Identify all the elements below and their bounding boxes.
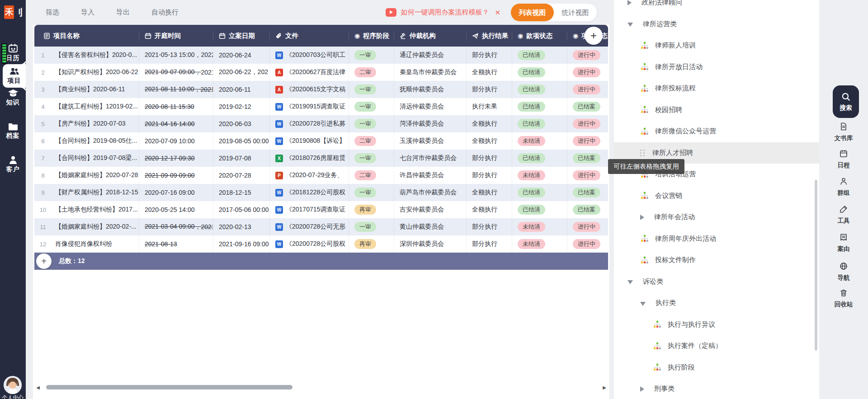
sidebar-item-项目[interactable]: 项目 bbox=[3, 64, 26, 88]
column-header-inst[interactable]: 仲裁机构 bbox=[394, 25, 467, 47]
tree-item-律所运营类[interactable]: 律所运营类 bbox=[614, 14, 819, 35]
group-icon bbox=[839, 177, 848, 188]
file-name[interactable]: 《20190915调查取证 bbox=[286, 103, 345, 111]
tree-item-律所微信公众号运营[interactable]: 律所微信公众号运营 bbox=[614, 121, 819, 142]
toolbar-action-导出[interactable]: 导出 bbox=[116, 8, 130, 17]
add-row-button[interactable]: + bbox=[36, 253, 52, 269]
table-row[interactable]: 5【房产纠纷】2020-07-032021-04-16 14:002020-06… bbox=[34, 115, 608, 132]
file-name[interactable]: 《20181228公司股权 bbox=[286, 188, 345, 197]
cell-institution: 通辽仲裁委员会 bbox=[394, 47, 467, 64]
tree-item-刑事类[interactable]: 刑事类 bbox=[614, 378, 819, 399]
tree-item-律所周年庆外出活动[interactable]: 律所周年庆外出活动 bbox=[614, 228, 819, 250]
file-name[interactable]: 《20200728公司无形 bbox=[286, 223, 345, 231]
list-view-button[interactable]: 列表视图 bbox=[511, 4, 554, 21]
column-header-filing[interactable]: 立案日期 bbox=[213, 25, 270, 47]
rail-item-回收站[interactable]: 回收站 bbox=[819, 288, 868, 309]
table-row[interactable]: 9【财产权属纠纷】2018-12-152020-07-16 09:002018-… bbox=[34, 184, 608, 201]
chevron-down-icon[interactable] bbox=[627, 280, 633, 284]
tree-scrollbar-thumb[interactable] bbox=[815, 180, 817, 351]
file-name[interactable]: 《20200703公司职工 bbox=[286, 51, 345, 59]
tree-item-律师新人培训[interactable]: 律师新人培训 bbox=[614, 35, 819, 56]
tree-item-执行与执行异议[interactable]: 执行与执行异议 bbox=[614, 314, 819, 336]
view-toggle: 列表视图 统计视图 bbox=[511, 4, 597, 21]
file-name[interactable]: 《20200728公司股权 bbox=[286, 240, 345, 248]
avatar[interactable] bbox=[4, 376, 22, 394]
scroll-left-arrow-icon[interactable]: ◀ bbox=[34, 385, 42, 390]
column-header-label: 仲裁机构 bbox=[410, 32, 436, 40]
column-header-file[interactable]: 文件 bbox=[270, 25, 349, 47]
column-header-court[interactable]: 开庭时间 bbox=[139, 25, 213, 47]
tree-item-投标文件制作[interactable]: 投标文件制作 bbox=[614, 249, 819, 271]
rail-item-群组[interactable]: 群组 bbox=[819, 177, 868, 197]
tree-item-执行案件（定稿）[interactable]: 执行案件（定稿） bbox=[614, 335, 819, 357]
rail-item-日程[interactable]: 日程 bbox=[819, 149, 868, 169]
column-header-stage[interactable]: ◉程序阶段 bbox=[349, 25, 394, 47]
file-name[interactable]: 《20180726房屋租赁 bbox=[286, 154, 345, 162]
drag-handle-icon[interactable] bbox=[640, 149, 646, 157]
tree-item-诉讼类[interactable]: 诉讼类 bbox=[614, 271, 819, 293]
cell-court-time: 2021-05-13 15:00，2022 bbox=[139, 47, 213, 64]
column-header-pay[interactable]: ◉款项状态 bbox=[512, 25, 567, 47]
sidebar-item-知识[interactable]: 知识 bbox=[0, 89, 26, 107]
chevron-right-icon[interactable] bbox=[627, 0, 632, 5]
table-row[interactable]: 8【婚姻家庭纠纷】2020-07-282021-09-09 09:002020-… bbox=[34, 167, 608, 184]
tree-item-执行阶段[interactable]: 执行阶段 bbox=[614, 357, 819, 379]
table-row[interactable]: 10【土地承包经营纠纷】2017...2020-05-25 14:002017-… bbox=[34, 201, 608, 218]
table-row[interactable]: 6【合同纠纷】2019-08-05仕...2020-07-09 10:00201… bbox=[34, 132, 608, 150]
cell-project-status: 已结案 bbox=[567, 98, 608, 115]
close-icon[interactable]: ✕ bbox=[495, 9, 500, 17]
chevron-down-icon[interactable] bbox=[640, 302, 646, 306]
add-column-button[interactable]: + bbox=[585, 27, 603, 45]
column-header-exec[interactable]: 执行结果 bbox=[467, 25, 512, 47]
table-row[interactable]: 3【商业纠纷】2020-06-112021-08-11 10:00，202120… bbox=[34, 81, 608, 98]
column-header-name[interactable]: 项目名称 bbox=[34, 25, 139, 47]
tree-item-政府法律顾问[interactable]: 政府法律顾问 bbox=[614, 0, 819, 14]
clip-header-icon bbox=[275, 33, 282, 39]
file-name[interactable]: 《20200728引进私募 bbox=[286, 120, 345, 128]
tree-item-律所投标流程[interactable]: 律所投标流程 bbox=[614, 78, 819, 99]
rail-item-工具[interactable]: 工具 bbox=[819, 205, 868, 225]
file-name[interactable]: 《2020-07-29业务、 bbox=[286, 171, 344, 179]
stage-badge: 一审 bbox=[354, 222, 376, 232]
rail-item-搜索[interactable]: 搜索 bbox=[833, 85, 859, 118]
cell-project-status: 进行中 bbox=[567, 115, 608, 132]
toolbar-action-筛选[interactable]: 筛选 bbox=[46, 8, 59, 17]
tree-item-律所开放日活动[interactable]: 律所开放日活动 bbox=[614, 56, 819, 78]
help-video-link[interactable]: 如何一键调用办案流程模板？ ✕ bbox=[386, 0, 500, 25]
sidebar-item-客户[interactable]: 客户 bbox=[0, 155, 26, 174]
file-name[interactable]: 《20200615文字文稿 bbox=[286, 85, 345, 94]
rail-item-案由[interactable]: 案由 bbox=[819, 233, 868, 253]
file-name[interactable]: 《20200627百度法律 bbox=[286, 68, 345, 76]
scrollbar-thumb[interactable] bbox=[46, 385, 292, 390]
toolbar-action-自动换行[interactable]: 自动换行 bbox=[151, 8, 179, 17]
table-row[interactable]: 4【建筑工程纠纷】12019-02...2020-08-11 15:302019… bbox=[34, 98, 608, 115]
tree-item-律所年会活动[interactable]: 律所年会活动 bbox=[614, 207, 819, 228]
chevron-down-icon[interactable] bbox=[627, 23, 633, 27]
row-number: 6 bbox=[34, 132, 52, 150]
table-row[interactable]: 2【知识产权纠纷】2020-06-222021-09-07 09:00，2021… bbox=[34, 64, 608, 81]
file-name[interactable]: 《20170715调查取证 bbox=[286, 206, 345, 214]
sidebar-item-档案[interactable]: 档案 bbox=[0, 122, 26, 140]
scroll-right-arrow-icon[interactable]: ▶ bbox=[601, 385, 608, 390]
stats-view-button[interactable]: 统计视图 bbox=[554, 4, 597, 21]
app-logo[interactable]: 禾 刂 bbox=[4, 4, 22, 21]
tree-item-执行类[interactable]: 执行类 bbox=[614, 292, 819, 314]
tree-item-校园招聘[interactable]: 校园招聘 bbox=[614, 99, 819, 121]
chevron-right-icon[interactable] bbox=[640, 215, 644, 220]
tree-item-会议营销[interactable]: 会议营销 bbox=[614, 185, 819, 207]
profile-center-label[interactable]: 个人中心 bbox=[0, 394, 26, 399]
table-row[interactable]: 11【婚姻家庭纠纷】2020-02-...2021-03-04 09:00，20… bbox=[34, 218, 608, 235]
video-link-text[interactable]: 如何一键调用办案流程模板？ bbox=[401, 8, 489, 17]
rail-item-文书库[interactable]: 文书库 bbox=[819, 122, 868, 142]
flowchart-icon bbox=[653, 320, 662, 329]
column-header-label: 款项状态 bbox=[526, 32, 552, 40]
table-row[interactable]: 1【侵害名誉权纠纷】2020-0...2021-05-13 15:00，2022… bbox=[34, 47, 608, 64]
table-row[interactable]: 7【合同纠纷】2019-07-08梁...2020-12-17 09:30201… bbox=[34, 150, 608, 167]
scrollbar-track[interactable] bbox=[42, 385, 601, 390]
toolbar-action-导入[interactable]: 导入 bbox=[81, 8, 94, 17]
chevron-right-icon[interactable] bbox=[640, 386, 644, 392]
row-number: 4 bbox=[34, 98, 52, 115]
rail-item-导航[interactable]: 导航 bbox=[819, 262, 868, 282]
table-row[interactable]: 12肖像侵犯肖像权纠纷2021-08-132021-09-16 09:00W《2… bbox=[34, 235, 608, 253]
file-name[interactable]: 《20190808【诉讼】 bbox=[286, 137, 345, 145]
